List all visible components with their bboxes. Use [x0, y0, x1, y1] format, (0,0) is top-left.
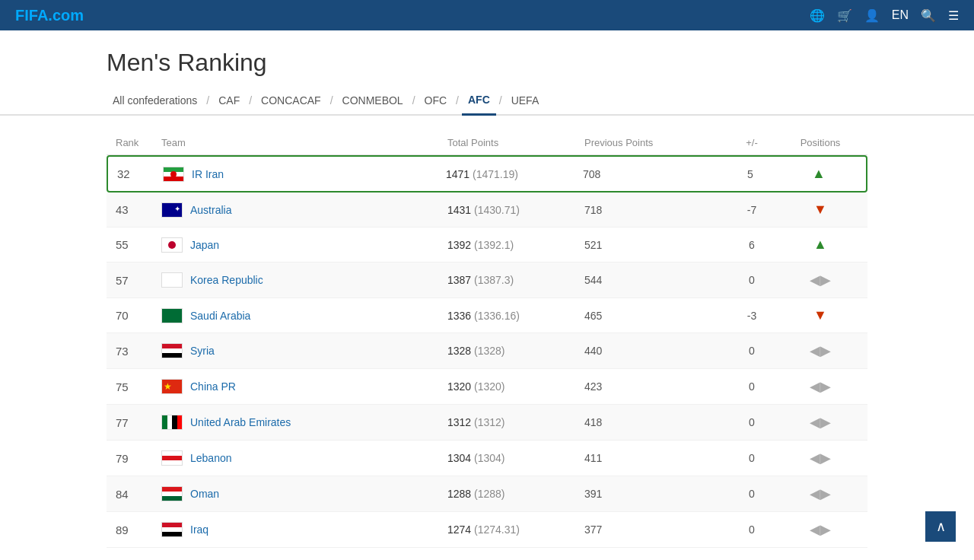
team-cell: Syria: [161, 343, 447, 358]
previous-points: 377: [584, 523, 721, 536]
header-previous-points: Previous Points: [584, 137, 721, 148]
team-name[interactable]: Korea Republic: [190, 274, 263, 286]
arrow-neutral-icon: ◀▶: [810, 414, 831, 431]
total-points: 1387 (1387.3): [447, 274, 584, 286]
team-name[interactable]: Japan: [190, 239, 219, 251]
site-header: FIFA.com 🌐 🛒 👤 EN 🔍 ☰: [0, 0, 974, 30]
position-change: ▲: [781, 166, 857, 182]
team-name[interactable]: Iraq: [190, 523, 208, 536]
table-row[interactable]: 43 Australia 1431 (1430.71) 718 -7 ▼: [107, 192, 867, 228]
total-points: 1431 (1430.71): [447, 204, 584, 216]
plus-minus: 0: [721, 488, 782, 500]
team-cell: Korea Republic: [161, 272, 447, 288]
fifa-logo[interactable]: FIFA.com: [15, 7, 84, 24]
plus-minus: 0: [721, 274, 782, 286]
table-row[interactable]: 70 Saudi Arabia 1336 (1336.16) 465 -3 ▼: [107, 298, 867, 333]
plus-minus: 0: [721, 523, 782, 536]
team-name[interactable]: China PR: [190, 380, 236, 393]
previous-points: 544: [584, 274, 721, 286]
team-cell: United Arab Emirates: [161, 415, 447, 430]
team-name[interactable]: Australia: [190, 204, 231, 216]
conf-concacaf[interactable]: CONCACAF: [255, 87, 327, 114]
team-name[interactable]: IR Iran: [192, 168, 224, 180]
plus-minus: 5: [720, 168, 781, 180]
total-points: 1288 (1288): [447, 488, 584, 500]
team-name[interactable]: Lebanon: [190, 452, 232, 464]
total-points: 1304 (1304): [447, 452, 584, 464]
table-row[interactable]: 84 Oman 1288 (1288) 391 0 ◀▶: [107, 476, 867, 512]
search-icon[interactable]: 🔍: [921, 8, 936, 23]
page-title-section: Men's Ranking: [0, 30, 974, 86]
previous-points: 440: [584, 345, 721, 357]
user-icon[interactable]: 👤: [864, 8, 880, 23]
sep-5: /: [453, 94, 462, 107]
table-row[interactable]: 89 Iraq 1274 (1274.31) 377 0 ◀▶: [107, 512, 867, 548]
arrow-neutral-icon: ◀▶: [810, 272, 831, 288]
arrow-down-icon: ▼: [813, 307, 827, 323]
team-cell: Australia: [161, 202, 447, 218]
position-change: ◀▶: [782, 450, 858, 466]
arrow-neutral-icon: ◀▶: [810, 521, 831, 538]
team-flag: [161, 415, 183, 430]
team-flag: [161, 379, 183, 394]
team-cell: Japan: [161, 237, 447, 253]
previous-points: 423: [584, 380, 721, 393]
rank-value: 55: [116, 238, 161, 251]
rank-value: 73: [116, 345, 161, 358]
previous-points: 418: [584, 416, 721, 428]
conf-conmebol[interactable]: CONMEBOL: [336, 87, 409, 114]
team-cell: Iraq: [161, 522, 447, 537]
table-row[interactable]: 55 Japan 1392 (1392.1) 521 6 ▲: [107, 228, 867, 262]
scroll-top-button[interactable]: ∧: [925, 511, 956, 542]
conf-afc[interactable]: AFC: [462, 86, 496, 116]
plus-minus: 0: [721, 416, 782, 428]
arrow-neutral-icon: ◀▶: [810, 342, 831, 359]
plus-minus: -7: [721, 204, 782, 216]
table-row[interactable]: 79 Lebanon 1304 (1304) 411 0 ◀▶: [107, 441, 867, 476]
team-flag: [161, 237, 183, 253]
team-flag: [161, 272, 183, 288]
team-flag: [161, 308, 183, 323]
team-name[interactable]: Syria: [190, 345, 215, 357]
rank-value: 32: [117, 167, 163, 180]
team-name[interactable]: Oman: [190, 488, 219, 500]
position-change: ◀▶: [782, 272, 858, 288]
conf-all-confederations[interactable]: All confederations: [107, 87, 203, 114]
previous-points: 708: [583, 168, 720, 180]
arrow-neutral-icon: ◀▶: [810, 450, 831, 466]
table-row[interactable]: 73 Syria 1328 (1328) 440 0 ◀▶: [107, 333, 867, 369]
header-team: Team: [161, 137, 447, 148]
header-plus-minus: +/-: [721, 137, 782, 148]
total-points: 1336 (1336.16): [447, 310, 584, 322]
rank-value: 75: [116, 380, 161, 393]
team-cell: IR Iran: [163, 167, 446, 182]
arrow-down-icon: ▼: [813, 202, 827, 218]
position-change: ▼: [782, 307, 858, 323]
conf-ofc[interactable]: OFC: [419, 87, 454, 114]
table-row[interactable]: 57 Korea Republic 1387 (1387.3) 544 0 ◀▶: [107, 262, 867, 298]
team-cell: Saudi Arabia: [161, 308, 447, 323]
menu-icon[interactable]: ☰: [948, 8, 959, 23]
cart-icon[interactable]: 🛒: [837, 8, 852, 23]
table-row[interactable]: 32 IR Iran 1471 (1471.19) 708 5 ▲: [107, 155, 867, 192]
globe-icon[interactable]: 🌐: [810, 8, 825, 23]
team-name[interactable]: Saudi Arabia: [190, 310, 250, 322]
conf-uefa[interactable]: UEFA: [505, 87, 546, 114]
team-cell: Lebanon: [161, 450, 447, 466]
table-body: 32 IR Iran 1471 (1471.19) 708 5 ▲ 43 Aus…: [107, 155, 867, 548]
confederation-nav: All confederations / CAF / CONCACAF / CO…: [0, 86, 974, 116]
position-change: ◀▶: [782, 378, 858, 395]
plus-minus: 0: [721, 380, 782, 393]
header-rank: Rank: [116, 137, 161, 148]
lang-label[interactable]: EN: [892, 8, 909, 22]
team-name[interactable]: United Arab Emirates: [190, 416, 291, 428]
table-row[interactable]: 77 United Arab Emirates 1312 (1312) 418 …: [107, 405, 867, 441]
conf-caf[interactable]: CAF: [212, 87, 246, 114]
team-flag: [161, 486, 183, 501]
table-row[interactable]: 75 China PR 1320 (1320) 423 0 ◀▶: [107, 369, 867, 405]
header-total-points: Total Points: [447, 137, 584, 148]
position-change: ▲: [782, 237, 858, 253]
rank-value: 79: [116, 452, 161, 465]
rank-value: 84: [116, 488, 161, 501]
position-change: ◀▶: [782, 485, 858, 502]
